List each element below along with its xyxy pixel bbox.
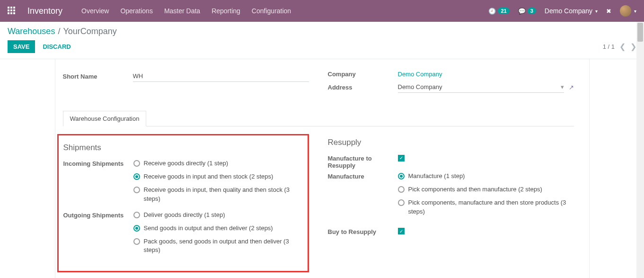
company-switcher[interactable]: Demo Company ▾ [545,7,598,15]
outgoing-label: Outgoing Shipments [63,211,133,219]
incoming-option-1step[interactable]: Receive goods directly (1 step) [133,159,303,168]
option-label: Pick components and then manufacture (2 … [408,185,542,194]
scrollbar-thumb[interactable] [637,23,643,42]
form-sheet: Short Name Company Demo Company Address … [55,59,590,278]
chevron-down-icon: ▾ [595,9,598,14]
buy-to-resupply-checkbox[interactable]: ✓ [398,228,405,234]
option-label: Send goods in output and then deliver (2… [144,224,273,233]
radio-icon [133,212,140,218]
pager-prev[interactable]: ❮ [619,42,626,51]
address-value: Demo Company [398,83,442,90]
pager-text: 1 / 1 [603,43,615,50]
radio-icon [133,238,140,245]
clock-icon: 🕘 [488,8,496,15]
chat-icon: 💬 [518,8,526,15]
radio-icon [133,225,140,232]
activity-indicator[interactable]: 🕘 21 [488,8,509,15]
chevron-down-icon: ▾ [561,83,564,90]
option-label: Receive goods in input and then stock (2… [144,172,273,181]
nav-link-overview[interactable]: Overview [81,7,109,15]
option-label: Pick components, manufacture and then st… [408,198,574,215]
apps-icon[interactable] [8,7,16,15]
radio-icon [398,186,405,193]
radio-icon [398,199,405,206]
avatar[interactable] [620,5,631,17]
manufacture-option-1step[interactable]: Manufacture (1 step) [398,172,574,180]
incoming-option-3steps[interactable]: Receive goods in input, then quality and… [133,186,303,203]
pager-next[interactable]: ❯ [630,42,636,51]
external-link-icon[interactable]: ↗ [569,84,574,91]
outgoing-options: Deliver goods directly (1 step) Send goo… [133,211,303,260]
scrollbar[interactable] [636,22,644,278]
debug-icon[interactable]: ✖ [606,8,611,15]
nav-link-operations[interactable]: Operations [120,7,152,15]
incoming-options: Receive goods directly (1 step) Receive … [133,159,303,208]
radio-icon [133,160,140,167]
short-name-label: Short Name [63,73,133,80]
mfg-to-resupply-checkbox[interactable]: ✓ [398,155,405,161]
navbar: Inventory Overview Operations Master Dat… [0,0,644,22]
manufacture-options: Manufacture (1 step) Pick components and… [398,172,574,221]
message-count: 3 [528,8,536,14]
save-button[interactable]: SAVE [8,40,35,53]
pager: 1 / 1 ❮ ❯ [603,42,636,51]
option-label: Deliver goods directly (1 step) [144,211,225,219]
nav-link-master-data[interactable]: Master Data [164,7,200,15]
short-name-input[interactable] [133,71,309,82]
tab-warehouse-configuration[interactable]: Warehouse Configuration [63,111,147,126]
manufacture-label: Manufacture [328,172,398,180]
company-value[interactable]: Demo Company [398,71,442,78]
shipments-title: Shipments [63,143,303,152]
address-label: Address [328,84,398,91]
resupply-title: Resupply [328,138,574,147]
breadcrumb-parent[interactable]: Warehouses [8,27,55,36]
action-row: SAVE DISCARD 1 / 1 ❮ ❯ [0,38,644,59]
chevron-down-icon[interactable]: ▾ [634,9,636,14]
address-select[interactable]: Demo Company ▾ [398,81,564,93]
mfg-to-resupply-label: Manufacture to Resupply [328,154,398,169]
buy-to-resupply-label: Buy to Resupply [328,227,398,235]
radio-icon [133,173,140,180]
nav-link-reporting[interactable]: Reporting [212,7,240,15]
option-label: Pack goods, send goods in output and the… [144,237,303,254]
radio-icon [133,187,140,193]
activity-count: 21 [498,8,509,14]
discard-button[interactable]: DISCARD [43,43,71,50]
incoming-option-2steps[interactable]: Receive goods in input and then stock (2… [133,172,303,181]
outgoing-option-1step[interactable]: Deliver goods directly (1 step) [133,211,303,219]
breadcrumb-current: YourCompany [63,27,116,36]
app-brand[interactable]: Inventory [27,6,62,16]
company-label: Company [328,71,398,78]
shipments-highlight: Shipments Incoming Shipments Receive goo… [57,134,309,272]
breadcrumb: Warehouses / YourCompany [0,22,644,38]
manufacture-option-3steps[interactable]: Pick components, manufacture and then st… [398,198,574,215]
manufacture-option-2steps[interactable]: Pick components and then manufacture (2 … [398,185,574,194]
option-label: Manufacture (1 step) [408,172,465,180]
radio-icon [398,173,405,179]
option-label: Receive goods in input, then quality and… [144,186,303,203]
company-name: Demo Company [545,7,592,15]
breadcrumb-separator: / [58,27,60,36]
tabs: Warehouse Configuration [63,111,574,126]
incoming-label: Incoming Shipments [63,159,133,167]
option-label: Receive goods directly (1 step) [144,159,228,168]
nav-link-configuration[interactable]: Configuration [252,7,291,15]
messages-indicator[interactable]: 💬 3 [518,8,536,15]
nav-right: 🕘 21 💬 3 Demo Company ▾ ✖ ▾ [488,5,636,17]
outgoing-option-3steps[interactable]: Pack goods, send goods in output and the… [133,237,303,254]
outgoing-option-2steps[interactable]: Send goods in output and then deliver (2… [133,224,303,233]
nav-links: Overview Operations Master Data Reportin… [81,7,488,15]
